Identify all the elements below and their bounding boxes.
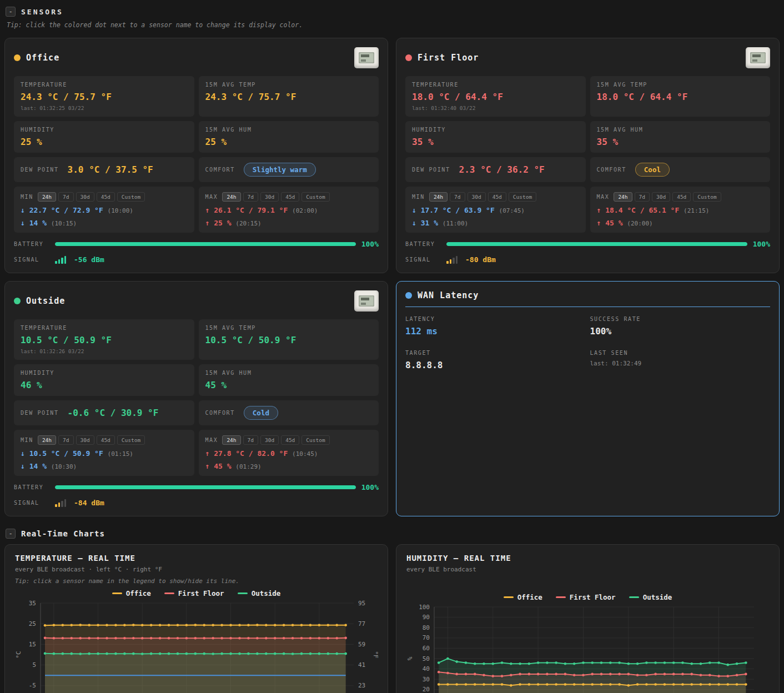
range-tab-custom[interactable]: Custom <box>693 192 721 202</box>
range-tab-7d[interactable]: 7d <box>243 192 258 202</box>
legend-item-outside[interactable]: Outside <box>238 589 281 597</box>
min-range-tabs: 24h7d30d45dCustom <box>38 435 145 445</box>
range-tab-30d[interactable]: 30d <box>652 192 670 202</box>
battery-bar <box>55 485 356 489</box>
min-temp-value: ↓ 22.7 °C / 72.9 °F <box>21 206 103 214</box>
last-seen-value: last: 01:32:49 <box>590 360 771 367</box>
max-tile-header: MAX 24h7d30d45dCustom <box>205 435 373 445</box>
range-tab-24h[interactable]: 24h <box>614 192 632 202</box>
legend-label: Office <box>126 589 151 597</box>
range-tab-30d[interactable]: 30d <box>468 192 486 202</box>
last-seen-tile: LAST SEEN last: 01:32:49 <box>590 350 771 370</box>
range-tab-24h[interactable]: 24h <box>429 192 448 202</box>
legend-item-first-floor[interactable]: First Floor <box>556 593 616 601</box>
signal-label: SIGNAL <box>14 257 49 263</box>
legend-item-first-floor[interactable]: First Floor <box>164 589 224 597</box>
svg-text:20: 20 <box>423 686 430 693</box>
charts-section-header: - Real-Time Charts <box>6 529 780 539</box>
temperature-label: TEMPERATURE <box>21 82 188 88</box>
sensor-color-dot[interactable] <box>14 298 21 304</box>
range-tab-30d[interactable]: 30d <box>260 435 279 445</box>
temperature-tile: TEMPERATURE 24.3 °C / 75.7 °F last: 01:3… <box>14 76 194 117</box>
max-range-tabs: 24h7d30d45dCustom <box>222 192 329 202</box>
signal-bar <box>55 261 57 264</box>
range-tab-custom[interactable]: Custom <box>301 192 329 202</box>
humidity-value: 35 % <box>412 137 579 147</box>
sensor-device-image <box>354 290 379 312</box>
legend-item-office[interactable]: Office <box>504 593 542 601</box>
range-tab-custom[interactable]: Custom <box>301 435 329 445</box>
legend-item-office[interactable]: Office <box>112 589 151 597</box>
max-temp-value: ↑ 27.8 °C / 82.0 °F <box>205 449 288 458</box>
battery-percent: 100% <box>361 240 379 248</box>
max-temp-value: ↑ 18.4 °C / 65.1 °F <box>597 206 680 214</box>
range-tab-24h[interactable]: 24h <box>38 192 56 202</box>
battery-fill <box>55 242 356 246</box>
range-tab-45d[interactable]: 45d <box>97 435 115 445</box>
svg-text:15: 15 <box>29 641 36 648</box>
min-humidity-value: ↓ 31 % <box>412 219 438 227</box>
max-humidity-time: (20:00) <box>627 220 652 227</box>
sensor-color-dot[interactable] <box>405 54 412 61</box>
min-label: MIN <box>21 437 33 443</box>
range-tab-custom[interactable]: Custom <box>117 192 145 202</box>
avg-hum-label: 15M AVG HUM <box>205 370 373 376</box>
humidity-tile: HUMIDITY 25 % <box>14 121 194 153</box>
latency-tile: LATENCY 112 ms <box>405 316 586 337</box>
dew-point-value: 2.3 °C / 36.2 °F <box>459 164 545 175</box>
min-humidity-value: ↓ 14 % <box>21 219 47 227</box>
range-tab-45d[interactable]: 45d <box>672 192 691 202</box>
signal-bar <box>446 261 449 264</box>
range-tab-custom[interactable]: Custom <box>117 435 145 445</box>
comfort-label: COMFORT <box>597 167 626 173</box>
comfort-label: COMFORT <box>205 410 235 416</box>
range-tab-30d[interactable]: 30d <box>260 192 279 202</box>
signal-bar <box>64 499 67 507</box>
range-tab-custom[interactable]: Custom <box>509 192 536 202</box>
svg-text:80: 80 <box>423 624 430 631</box>
range-tab-7d[interactable]: 7d <box>635 192 650 202</box>
sensor-color-dot[interactable] <box>14 54 21 61</box>
avg-temp-label: 15M AVG TEMP <box>205 325 373 331</box>
temperature-chart-tip: Tip: click a sensor name in the legend t… <box>15 578 379 585</box>
range-tab-7d[interactable]: 7d <box>243 435 258 445</box>
range-tab-45d[interactable]: 45d <box>488 192 506 202</box>
signal-bar <box>64 256 67 264</box>
max-temp-row: ↑ 18.4 °C / 65.1 °F (21:15) <box>597 206 764 214</box>
latency-value: 112 ms <box>405 326 586 337</box>
range-tab-7d[interactable]: 7d <box>58 435 73 445</box>
range-tab-24h[interactable]: 24h <box>222 192 240 202</box>
svg-text:95: 95 <box>358 600 365 607</box>
collapse-charts-button[interactable]: - <box>6 529 16 539</box>
range-tab-45d[interactable]: 45d <box>281 435 299 445</box>
range-tab-45d[interactable]: 45d <box>281 192 299 202</box>
temperature-chart: 01:2601:2701:2801:2901:3001:3101:3235952… <box>14 599 378 693</box>
legend-swatch <box>112 592 122 595</box>
collapse-sensors-button[interactable]: - <box>6 7 16 17</box>
temperature-chart-title: TEMPERATURE — REAL TIME <box>15 554 379 563</box>
range-tab-7d[interactable]: 7d <box>450 192 465 202</box>
range-tab-30d[interactable]: 30d <box>76 192 94 202</box>
max-tile-header: MAX 24h7d30d45dCustom <box>597 192 764 202</box>
range-tab-30d[interactable]: 30d <box>76 435 94 445</box>
range-tab-45d[interactable]: 45d <box>97 192 115 202</box>
min-temp-row: ↓ 17.7 °C / 63.9 °F (07:45) <box>412 206 579 214</box>
min-label: MIN <box>21 194 33 200</box>
max-range-tabs: 24h7d30d45dCustom <box>614 192 721 202</box>
success-rate-label: SUCCESS RATE <box>590 316 771 322</box>
dew-point-value: -0.6 °C / 30.9 °F <box>68 408 159 418</box>
wan-color-dot[interactable] <box>405 292 412 299</box>
wan-card-header: WAN Latency <box>405 290 770 307</box>
avg-hum-tile: 15M AVG HUM 35 % <box>590 121 771 153</box>
avg-temp-value: 18.0 °C / 64.4 °F <box>597 92 764 102</box>
svg-text:°F: °F <box>372 651 378 658</box>
range-tab-24h[interactable]: 24h <box>38 435 56 445</box>
legend-item-outside[interactable]: Outside <box>629 593 672 601</box>
sensor-device-image <box>746 47 770 68</box>
legend-swatch <box>629 596 639 599</box>
dew-point-label: DEW POINT <box>412 167 450 173</box>
max-humidity-row: ↑ 45 % (01:29) <box>205 462 373 470</box>
range-tab-24h[interactable]: 24h <box>222 435 240 445</box>
avg-temp-label: 15M AVG TEMP <box>597 82 764 88</box>
range-tab-7d[interactable]: 7d <box>58 192 73 202</box>
